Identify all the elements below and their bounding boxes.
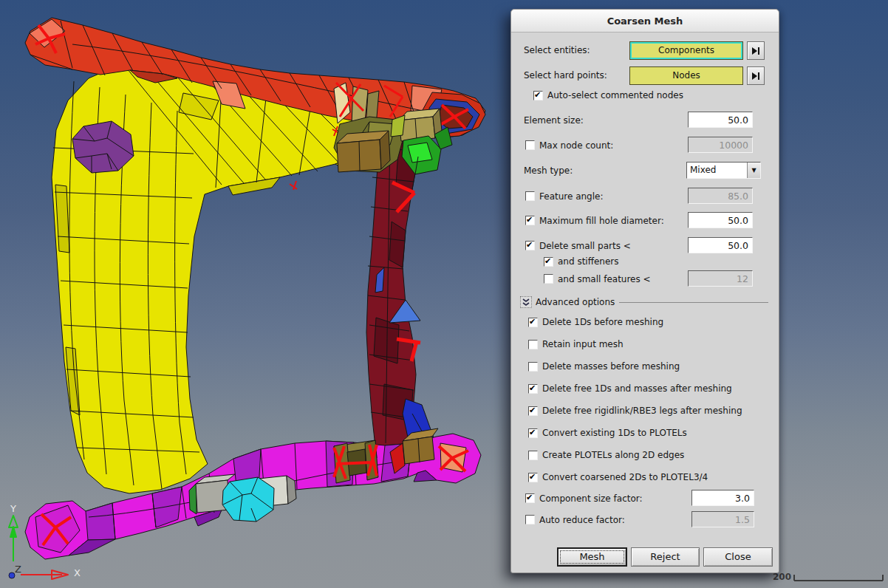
create-plotels-label: Create PLOTELs along 2D edges <box>542 450 684 461</box>
and-stiffeners-label: and stiffeners <box>558 256 619 267</box>
and-small-features-input <box>688 270 753 287</box>
auto-select-label: Auto-select commented nodes <box>547 90 683 101</box>
convert-coarsened-2ds-label: Convert coarsened 2Ds to PLOTEL3/4 <box>542 472 708 483</box>
view-scale-ruler: 200 <box>773 572 884 582</box>
axis-label-x: X <box>74 567 81 578</box>
delete-free-1ds-label: Delete free 1Ds and masses after meshing <box>542 383 732 394</box>
auto-select-checkbox[interactable] <box>533 91 543 100</box>
dialog-titlebar[interactable]: Coarsen Mesh <box>511 10 779 33</box>
retain-input-mesh-label: Retain input mesh <box>542 339 624 350</box>
select-entities-button[interactable]: Components <box>629 41 743 60</box>
select-entities-label: Select entities: <box>524 41 590 59</box>
dialog-title: Coarsen Mesh <box>607 16 683 27</box>
convert-coarsened-2ds-checkbox[interactable] <box>528 473 538 482</box>
max-fill-hole-label: Maximum fill hole diameter: <box>539 212 664 230</box>
close-button[interactable]: Close <box>703 547 773 567</box>
axis-label-y: Y <box>10 503 16 514</box>
auto-reduce-factor-checkbox[interactable] <box>525 515 535 524</box>
component-size-factor-input[interactable] <box>691 490 754 506</box>
hard-points-selector-switch-button[interactable] <box>747 66 765 85</box>
convert-existing-1ds-checkbox[interactable] <box>528 428 538 438</box>
select-hard-points-row: Select hard points: Nodes <box>511 66 779 84</box>
delete-free-rigidlink-checkbox[interactable] <box>528 406 538 416</box>
mesh-type-row: Mesh type: Mixed ▼ <box>511 162 779 180</box>
auto-reduce-factor-label: Auto reduce factor: <box>539 511 625 529</box>
dropdown-arrow-icon[interactable]: ▼ <box>747 163 760 178</box>
element-size-input[interactable] <box>688 112 753 128</box>
advanced-options-label: Advanced options <box>536 296 615 308</box>
coarsen-mesh-dialog: Coarsen Mesh Select entities: Components… <box>510 9 779 573</box>
max-fill-hole-input[interactable] <box>688 212 753 228</box>
mesh-button[interactable]: Mesh <box>557 547 627 567</box>
delete-masses-checkbox[interactable] <box>528 362 538 372</box>
reject-button[interactable]: Reject <box>631 547 700 567</box>
scale-value: 200 <box>773 572 791 582</box>
delete-small-parts-label: Delete small parts < <box>539 237 631 255</box>
delete-small-parts-input[interactable] <box>688 237 753 253</box>
entities-selector-switch-button[interactable] <box>747 41 765 60</box>
max-node-count-row: Max node count: <box>511 137 779 154</box>
delete-free-rigidlink-label: Delete free rigidlink/RBE3 legs after me… <box>542 406 742 417</box>
feature-angle-row: Feature angle: <box>511 188 779 205</box>
feature-angle-input <box>688 188 753 204</box>
advanced-separator <box>619 302 768 303</box>
delete-small-parts-checkbox[interactable] <box>525 241 535 250</box>
element-size-row: Element size: <box>511 112 779 129</box>
element-size-label: Element size: <box>524 112 584 129</box>
max-fill-hole-row: Maximum fill hole diameter: <box>511 212 779 230</box>
skip-to-end-icon <box>752 72 760 80</box>
delete-free-1ds-checkbox[interactable] <box>528 384 538 394</box>
component-size-factor-row: Component size factor: <box>511 490 779 507</box>
cyan-hole-patch <box>222 477 274 522</box>
feature-angle-checkbox[interactable] <box>525 191 535 201</box>
component-size-factor-checkbox[interactable] <box>525 493 535 503</box>
axis-label-z: Z <box>15 564 21 575</box>
create-plotels-checkbox[interactable] <box>528 451 538 460</box>
and-small-features-label: and small features < <box>558 270 651 288</box>
delete-small-parts-row: Delete small parts < <box>511 237 779 255</box>
max-node-count-input <box>688 137 753 153</box>
delete-1ds-label: Delete 1Ds before meshing <box>542 317 663 328</box>
max-node-count-label: Max node count: <box>539 137 613 154</box>
mesh-type-value: Mixed <box>690 163 716 178</box>
collapse-chevrons-icon <box>522 298 530 307</box>
scale-bracket-icon <box>793 572 884 582</box>
auto-reduce-factor-row: Auto reduce factor: <box>511 511 779 529</box>
advanced-options-toggle[interactable] <box>520 296 532 308</box>
skip-to-end-icon <box>752 47 760 55</box>
feature-angle-label: Feature angle: <box>539 188 604 205</box>
and-small-features-row: and small features < <box>511 270 779 288</box>
max-node-count-checkbox[interactable] <box>525 140 535 150</box>
retain-input-mesh-checkbox[interactable] <box>528 340 538 349</box>
select-hard-points-label: Select hard points: <box>524 66 607 84</box>
auto-reduce-factor-input <box>691 511 754 527</box>
component-size-factor-label: Component size factor: <box>539 490 643 507</box>
mesh-component-maroon-column <box>366 126 445 459</box>
mesh-type-dropdown[interactable]: Mixed ▼ <box>686 162 761 179</box>
max-fill-hole-checkbox[interactable] <box>525 216 535 225</box>
delete-masses-label: Delete masses before meshing <box>542 361 680 372</box>
select-hard-points-button[interactable]: Nodes <box>629 66 743 85</box>
mesh-type-label: Mesh type: <box>524 162 573 180</box>
select-entities-row: Select entities: Components <box>511 41 779 59</box>
and-small-features-checkbox[interactable] <box>544 274 553 284</box>
convert-existing-1ds-label: Convert existing 1Ds to PLOTELs <box>542 428 687 439</box>
delete-1ds-checkbox[interactable] <box>528 318 538 327</box>
and-stiffeners-checkbox[interactable] <box>544 257 553 267</box>
